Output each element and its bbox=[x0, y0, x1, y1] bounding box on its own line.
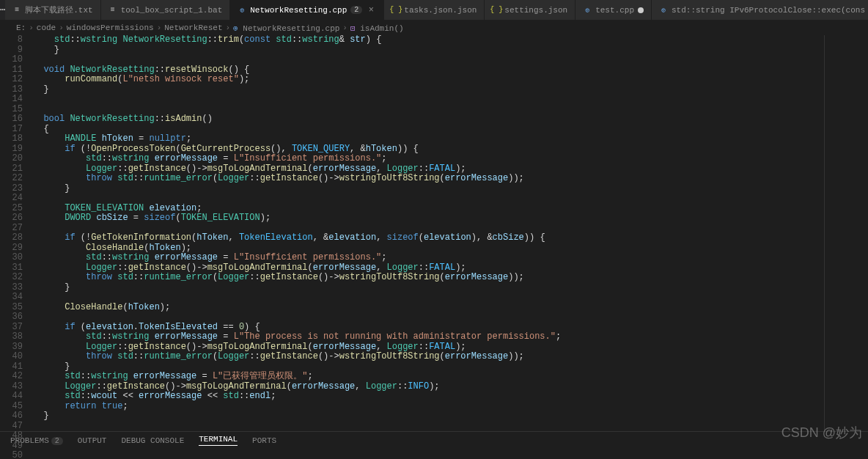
line-number: 25 bbox=[0, 204, 23, 214]
code-line[interactable]: } bbox=[33, 411, 824, 422]
code-line[interactable] bbox=[33, 55, 824, 65]
line-number: 9 bbox=[0, 45, 23, 56]
breadcrumb-item[interactable]: windowsPermissions bbox=[67, 23, 154, 32]
line-number: 47 bbox=[0, 422, 23, 432]
line-number: 10 bbox=[0, 55, 23, 65]
code-line[interactable]: DWORD cbSize = sizeof(TOKEN_ELEVATION); bbox=[33, 213, 824, 224]
code-line[interactable]: } bbox=[33, 184, 824, 194]
line-number: 34 bbox=[0, 293, 23, 303]
tab-6[interactable]: ⊕std::string IPv6ProtocolClose::exec(con… bbox=[652, 0, 868, 20]
tab-4[interactable]: { }settings.json bbox=[485, 0, 575, 20]
more-tabs-icon[interactable]: ⋯ bbox=[0, 0, 5, 20]
code-line[interactable]: void NetworkResetting::resetWinsock() { bbox=[33, 65, 824, 76]
code-line[interactable]: Logger::getInstance()->msgToLogAndTermin… bbox=[33, 164, 824, 175]
code-line[interactable]: HANDLE hToken = nullptr; bbox=[33, 134, 824, 144]
code-line[interactable] bbox=[33, 105, 824, 115]
line-number: 43 bbox=[0, 382, 23, 392]
editor-area: 8910111213141516171819202122232425262728… bbox=[0, 35, 868, 431]
code-line[interactable] bbox=[33, 312, 824, 323]
tab-2[interactable]: ⊕NetworkResetting.cpp2× bbox=[230, 0, 384, 20]
code-line[interactable]: if (!OpenProcessToken(GetCurrentProcess(… bbox=[33, 144, 824, 155]
code-line[interactable]: { bbox=[33, 125, 824, 135]
chevron-right-icon: › bbox=[157, 23, 162, 32]
line-number: 36 bbox=[0, 312, 23, 323]
line-number: 13 bbox=[0, 85, 23, 95]
breadcrumb-item[interactable]: E: bbox=[16, 23, 26, 32]
line-number: 30 bbox=[0, 253, 23, 263]
code-line[interactable]: return true; bbox=[33, 402, 824, 412]
code-line[interactable]: } bbox=[33, 362, 824, 372]
tab-label: tool_box_script_1.bat bbox=[121, 6, 223, 15]
line-number: 18 bbox=[0, 134, 23, 144]
code-line[interactable]: Logger::getInstance()->msgToLogAndTermin… bbox=[33, 342, 824, 353]
line-number: 15 bbox=[0, 105, 23, 115]
chevron-right-icon: › bbox=[225, 23, 230, 32]
line-number: 14 bbox=[0, 95, 23, 105]
code-line[interactable]: std::wstring errorMessage = L"Insufficie… bbox=[33, 253, 824, 263]
code-line[interactable]: if (elevation.TokenIsElevated == 0) { bbox=[33, 323, 824, 333]
tab-bar: ⋯ ≡脚本下载路径.txt≡tool_box_script_1.bat⊕Netw… bbox=[0, 0, 868, 21]
breadcrumb-item[interactable]: NetworkReset bbox=[164, 23, 222, 32]
code-line[interactable]: std::wstring NetworkResetting::trim(cons… bbox=[33, 35, 824, 45]
code-line[interactable]: std::wcout << errorMessage << std::endl; bbox=[33, 392, 824, 402]
problems-count-badge: 2 bbox=[51, 437, 63, 445]
breadcrumb-item[interactable]: ⊕ NetworkResetting.cpp bbox=[233, 23, 339, 33]
code-line[interactable]: throw std::runtime_error(Logger::getInst… bbox=[33, 174, 824, 184]
tab-1[interactable]: ≡tool_box_script_1.bat bbox=[101, 0, 231, 20]
line-number: 17 bbox=[0, 125, 23, 135]
line-number: 48 bbox=[0, 431, 23, 441]
code-line[interactable]: Logger::getInstance()->msgToLogAndTermin… bbox=[33, 263, 824, 273]
line-number: 8 bbox=[0, 35, 23, 45]
line-number: 49 bbox=[0, 441, 23, 452]
code-line[interactable]: } bbox=[33, 45, 824, 56]
code-line[interactable]: std::wstring errorMessage = L"The proces… bbox=[33, 332, 824, 342]
tab-3[interactable]: { }tasks.json.json bbox=[384, 0, 485, 20]
line-number: 24 bbox=[0, 194, 23, 204]
line-number-gutter: 8910111213141516171819202122232425262728… bbox=[0, 35, 33, 431]
code-line[interactable]: } bbox=[33, 85, 824, 95]
minimap[interactable] bbox=[824, 35, 868, 431]
line-number: 41 bbox=[0, 362, 23, 372]
line-number: 29 bbox=[0, 243, 23, 254]
line-number: 31 bbox=[0, 263, 23, 273]
tab-0[interactable]: ≡脚本下载路径.txt bbox=[5, 0, 100, 20]
line-number: 46 bbox=[0, 411, 23, 422]
code-line[interactable] bbox=[33, 194, 824, 204]
tab-label: std::string IPv6ProtocolClose::exec(cons bbox=[672, 6, 865, 15]
panel-tab-debug-console[interactable]: DEBUG CONSOLE bbox=[121, 436, 184, 445]
tab-badge: 2 bbox=[350, 6, 362, 14]
line-number: 33 bbox=[0, 283, 23, 293]
line-number: 23 bbox=[0, 184, 23, 194]
panel-tab-terminal[interactable]: TERMINAL bbox=[199, 435, 238, 446]
line-number: 50 bbox=[0, 451, 23, 459]
close-icon[interactable]: × bbox=[366, 5, 376, 15]
line-number: 45 bbox=[0, 402, 23, 412]
line-number: 42 bbox=[0, 372, 23, 382]
code-content[interactable]: std::wstring NetworkResetting::trim(cons… bbox=[33, 35, 824, 431]
tab-5[interactable]: ⊕test.cpp bbox=[575, 0, 652, 20]
breadcrumb[interactable]: E:›code›windowsPermissions›NetworkReset›… bbox=[0, 21, 868, 35]
tab-label: NetworkResetting.cpp bbox=[250, 6, 347, 15]
code-line[interactable]: throw std::runtime_error(Logger::getInst… bbox=[33, 273, 824, 283]
breadcrumb-item[interactable]: code bbox=[37, 23, 56, 32]
code-line[interactable] bbox=[33, 95, 824, 105]
code-line[interactable] bbox=[33, 224, 824, 234]
code-line[interactable]: Logger::getInstance()->msgToLogAndTermin… bbox=[33, 382, 824, 392]
code-line[interactable]: if (!GetTokenInformation(hToken, TokenEl… bbox=[33, 233, 824, 243]
code-line[interactable]: CloseHandle(hToken); bbox=[33, 243, 824, 254]
code-line[interactable]: } bbox=[33, 283, 824, 293]
breadcrumb-item[interactable]: ⊡ isAdmin() bbox=[350, 23, 404, 33]
line-number: 35 bbox=[0, 303, 23, 313]
code-line[interactable]: TOKEN_ELEVATION elevation; bbox=[33, 204, 824, 214]
code-line[interactable]: runCommand(L"netsh winsock reset"); bbox=[33, 75, 824, 85]
code-line[interactable]: std::wstring errorMessage = L"Insufficie… bbox=[33, 154, 824, 164]
code-line[interactable]: throw std::runtime_error(Logger::getInst… bbox=[33, 352, 824, 362]
code-line[interactable]: std::wstring errorMessage = L"已获得管理员权限。"… bbox=[33, 372, 824, 382]
line-number: 19 bbox=[0, 144, 23, 155]
code-line[interactable]: bool NetworkResetting::isAdmin() bbox=[33, 114, 824, 125]
panel-tab-output[interactable]: OUTPUT bbox=[78, 436, 107, 445]
panel-tab-ports[interactable]: PORTS bbox=[252, 436, 276, 445]
code-line[interactable] bbox=[33, 293, 824, 303]
line-number: 37 bbox=[0, 323, 23, 333]
code-line[interactable]: CloseHandle(hToken); bbox=[33, 303, 824, 313]
